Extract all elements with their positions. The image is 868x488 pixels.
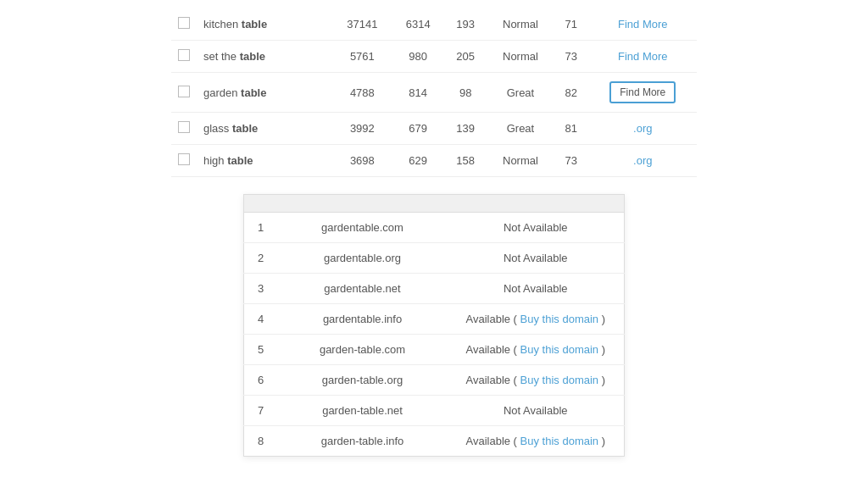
keyword-checkbox-cell: [171, 8, 197, 41]
checkbox[interactable]: [178, 86, 190, 97]
checkbox[interactable]: [178, 153, 190, 165]
keyword-text: kitchen table: [197, 8, 332, 41]
domain-row: 8garden-table.infoAvailable ( Buy this d…: [244, 426, 625, 457]
buy-domain-link[interactable]: Buy this domain: [520, 374, 599, 386]
domain-row-num: 5: [244, 335, 278, 365]
domain-row: 1gardentable.comNot Available: [244, 213, 625, 243]
keyword-vol: 5761: [332, 41, 392, 73]
keyword-cpc: 629: [392, 145, 444, 177]
keyword-score: 82: [554, 73, 588, 113]
keyword-text: garden table: [197, 73, 332, 113]
keyword-checkbox-cell: [171, 41, 197, 73]
keyword-text: glass table: [197, 113, 332, 145]
domain-table: 1gardentable.comNot Available2gardentabl…: [243, 194, 625, 457]
domain-row-status: Not Available: [448, 213, 625, 243]
keyword-vol: 3698: [332, 145, 392, 177]
domain-row-status: Available ( Buy this domain ): [448, 365, 625, 396]
keyword-score: 71: [554, 8, 588, 41]
domain-row-domain: gardentable.com: [278, 213, 448, 243]
keyword-action[interactable]: Find More: [589, 73, 698, 113]
checkbox[interactable]: [178, 17, 190, 29]
keyword-table: kitchen table371416314193Normal71Find Mo…: [171, 8, 697, 177]
domain-row-num: 1: [244, 213, 278, 243]
keyword-checkbox-cell: [171, 145, 197, 177]
domain-row-num: 8: [244, 426, 278, 457]
keyword-row: high table3698629158Normal73.org: [171, 145, 697, 177]
find-more-link[interactable]: Find More: [618, 18, 668, 30]
keyword-action[interactable]: .org: [589, 145, 698, 177]
keyword-checkbox-cell: [171, 73, 197, 113]
keyword-status: Great: [487, 113, 554, 145]
keyword-row: set the table5761980205Normal73Find More: [171, 41, 697, 73]
keyword-row: kitchen table371416314193Normal71Find Mo…: [171, 8, 697, 41]
find-more-link[interactable]: Find More: [618, 50, 668, 63]
domain-row-num: 6: [244, 365, 278, 396]
buy-domain-link[interactable]: Buy this domain: [520, 313, 599, 325]
checkbox[interactable]: [178, 121, 190, 133]
domain-row: 7garden-table.netNot Available: [244, 396, 625, 426]
keyword-comp: 98: [444, 73, 487, 113]
keyword-comp: 139: [444, 113, 487, 145]
keyword-cpc: 6314: [392, 8, 444, 41]
domain-row-status: Available ( Buy this domain ): [448, 426, 625, 457]
org-link[interactable]: .org: [633, 154, 652, 167]
find-more-button-active[interactable]: Find More: [609, 81, 676, 103]
domain-row-num: 7: [244, 396, 278, 426]
buy-domain-link[interactable]: Buy this domain: [520, 435, 599, 447]
keyword-score: 81: [554, 113, 588, 145]
domain-row: 3gardentable.netNot Available: [244, 274, 625, 304]
domain-row-status: Not Available: [448, 274, 625, 304]
keyword-status: Normal: [487, 145, 554, 177]
domain-col-hash: [244, 195, 278, 213]
domain-row-num: 3: [244, 274, 278, 304]
keyword-action[interactable]: .org: [589, 113, 698, 145]
keyword-comp: 193: [444, 8, 487, 41]
domain-row-num: 4: [244, 304, 278, 335]
keyword-comp: 205: [444, 41, 487, 73]
keyword-text: set the table: [197, 41, 332, 73]
domain-row-domain: gardentable.info: [278, 304, 448, 335]
domain-row-domain: garden-table.com: [278, 335, 448, 365]
keyword-vol: 3992: [332, 113, 392, 145]
domain-row: 2gardentable.orgNot Available: [244, 243, 625, 274]
keyword-cpc: 814: [392, 73, 444, 113]
domain-row-status: Not Available: [448, 243, 625, 274]
domain-row-domain: gardentable.org: [278, 243, 448, 274]
domain-col-status: [448, 195, 625, 213]
keyword-vol: 4788: [332, 73, 392, 113]
keyword-score: 73: [554, 41, 588, 73]
buy-domain-link[interactable]: Buy this domain: [520, 343, 599, 356]
domain-row-domain: gardentable.net: [278, 274, 448, 304]
keyword-cpc: 679: [392, 113, 444, 145]
keyword-text: high table: [197, 145, 332, 177]
keyword-vol: 37141: [332, 8, 392, 41]
keyword-cpc: 980: [392, 41, 444, 73]
domain-col-domain: [278, 195, 448, 213]
domain-row-domain: garden-table.net: [278, 396, 448, 426]
domain-row: 4gardentable.infoAvailable ( Buy this do…: [244, 304, 625, 335]
keyword-action[interactable]: Find More: [589, 8, 698, 41]
domain-row-num: 2: [244, 243, 278, 274]
domain-row-status: Available ( Buy this domain ): [448, 335, 625, 365]
keyword-status: Normal: [487, 8, 554, 41]
keyword-action[interactable]: Find More: [589, 41, 698, 73]
domain-row-status: Available ( Buy this domain ): [448, 304, 625, 335]
domain-row-status: Not Available: [448, 396, 625, 426]
keyword-row: glass table3992679139Great81.org: [171, 113, 697, 145]
keyword-comp: 158: [444, 145, 487, 177]
page-wrapper: kitchen table371416314193Normal71Find Mo…: [0, 0, 868, 488]
domain-row: 5garden-table.comAvailable ( Buy this do…: [244, 335, 625, 365]
domain-row-domain: garden-table.info: [278, 426, 448, 457]
keyword-score: 73: [554, 145, 588, 177]
domain-row: 6garden-table.orgAvailable ( Buy this do…: [244, 365, 625, 396]
checkbox[interactable]: [178, 49, 190, 61]
keyword-row: garden table478881498Great82Find More: [171, 73, 697, 113]
domain-row-domain: garden-table.org: [278, 365, 448, 396]
keyword-status: Great: [487, 73, 554, 113]
keyword-status: Normal: [487, 41, 554, 73]
keyword-checkbox-cell: [171, 113, 197, 145]
org-link[interactable]: .org: [633, 122, 652, 135]
